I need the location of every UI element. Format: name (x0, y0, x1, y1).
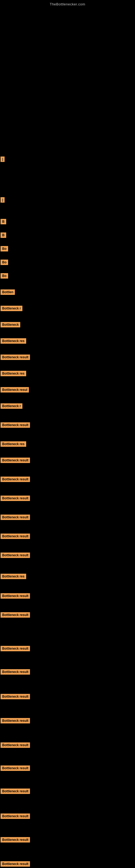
bottleneck-item: Bottleneck result (1, 861, 30, 866)
bottleneck-item: Bottleneck result (1, 612, 30, 617)
bottleneck-item: Bottleneck result (1, 669, 30, 674)
bottleneck-item: Bottleneck (1, 322, 20, 327)
bottleneck-item: | (1, 197, 5, 202)
bottleneck-label: Bottleneck result (1, 593, 30, 599)
bottleneck-label: Bo (1, 246, 8, 251)
bottleneck-item: Bottleneck res (1, 338, 26, 343)
bottleneck-label: Bottleneck result (1, 496, 30, 501)
bottleneck-item: Bottleneck result (1, 553, 30, 557)
bottleneck-label: Bottleneck res (1, 338, 26, 344)
bottleneck-label: Bottleneck result (1, 612, 30, 618)
bottleneck-label: | (1, 197, 5, 203)
bottleneck-item: Bottleneck result (1, 694, 30, 699)
site-title: TheBottlenecker.com (0, 0, 135, 7)
bottleneck-label: Bottleneck res (1, 441, 26, 447)
bottleneck-item: Bottleneck result (1, 742, 30, 747)
bottleneck-label: Bo (1, 273, 8, 279)
bottleneck-item: | (1, 156, 5, 161)
bottleneck-label: Bottlen (1, 289, 15, 295)
bottleneck-label: Bottleneck result (1, 515, 30, 520)
bottleneck-item: Bo (1, 246, 8, 251)
bottleneck-item: Bottleneck result (1, 766, 30, 770)
bottleneck-label: B (1, 232, 6, 238)
bottleneck-item: Bottleneck res (1, 371, 26, 376)
bottleneck-label: Bottleneck result (1, 458, 30, 463)
bottleneck-label: Bottleneck result (1, 533, 30, 539)
bottleneck-label: | (1, 156, 5, 162)
bottleneck-label: Bottleneck result (1, 422, 30, 428)
bottleneck-item: Bottleneck result (1, 533, 30, 538)
bottleneck-item: Bottleneck r (1, 306, 22, 311)
bottleneck-item: Bo (1, 273, 8, 278)
bottleneck-label: Bottleneck result (1, 694, 30, 699)
bottleneck-item: Bottleneck result (1, 718, 30, 723)
bottleneck-item: Bottleneck r (1, 403, 22, 408)
bottleneck-label: Bottleneck result (1, 476, 30, 482)
bottleneck-item: Bottleneck result (1, 354, 30, 360)
bottleneck-item: B (1, 232, 6, 237)
bottleneck-item: Bottleneck result (1, 515, 30, 520)
bottleneck-item: Bottlen (1, 289, 15, 294)
bottleneck-label: Bottleneck res (1, 574, 26, 579)
bottleneck-label: B (1, 219, 6, 224)
bottleneck-item: Bottleneck result (1, 496, 30, 500)
bottleneck-item: Bottleneck resul (1, 387, 29, 392)
bottleneck-item: Bottleneck res (1, 441, 26, 446)
bottleneck-item: Bottleneck result (1, 646, 30, 651)
bottleneck-item: Bottleneck result (1, 837, 30, 842)
bottleneck-label: Bottleneck result (1, 813, 30, 819)
bottleneck-label: Bottleneck result (1, 646, 30, 651)
items-container: ||BBBoBoBoBottlenBottleneck rBottleneckB… (0, 7, 135, 868)
bottleneck-label: Bottleneck result (1, 742, 30, 748)
bottleneck-label: Bottleneck r (1, 306, 22, 311)
bottleneck-label: Bottleneck result (1, 837, 30, 842)
bottleneck-label: Bottleneck result (1, 354, 30, 360)
bottleneck-label: Bottleneck result (1, 788, 30, 794)
bottleneck-item: Bottleneck result (1, 458, 30, 463)
bottleneck-item: Bottleneck result (1, 593, 30, 598)
bottleneck-label: Bottleneck result (1, 669, 30, 675)
bottleneck-label: Bottleneck res (1, 371, 26, 376)
bottleneck-label: Bottleneck result (1, 766, 30, 771)
bottleneck-item: Bo (1, 259, 8, 265)
bottleneck-label: Bottleneck (1, 322, 20, 328)
bottleneck-item: B (1, 219, 6, 224)
bottleneck-label: Bottleneck result (1, 718, 30, 723)
bottleneck-label: Bottleneck resul (1, 387, 29, 393)
bottleneck-item: Bottleneck res (1, 574, 26, 579)
bottleneck-label: Bottleneck result (1, 553, 30, 558)
bottleneck-label: Bottleneck result (1, 861, 30, 867)
bottleneck-label: Bo (1, 259, 8, 265)
bottleneck-item: Bottleneck result (1, 813, 30, 818)
bottleneck-label: Bottleneck r (1, 403, 22, 409)
bottleneck-item: Bottleneck result (1, 476, 30, 482)
bottleneck-item: Bottleneck result (1, 422, 30, 427)
bottleneck-item: Bottleneck result (1, 788, 30, 794)
